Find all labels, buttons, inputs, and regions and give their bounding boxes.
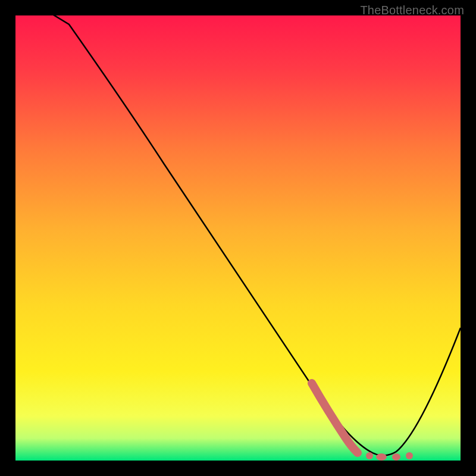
svg-point-2 [392,453,400,461]
svg-point-0 [366,452,373,459]
gradient-background [15,15,461,461]
chart-svg [15,15,461,461]
watermark-text: TheBottleneck.com [360,4,464,17]
chart-container: TheBottleneck.com [0,0,476,476]
svg-point-1 [376,453,387,461]
plot-area [15,15,461,461]
svg-point-3 [406,452,413,459]
